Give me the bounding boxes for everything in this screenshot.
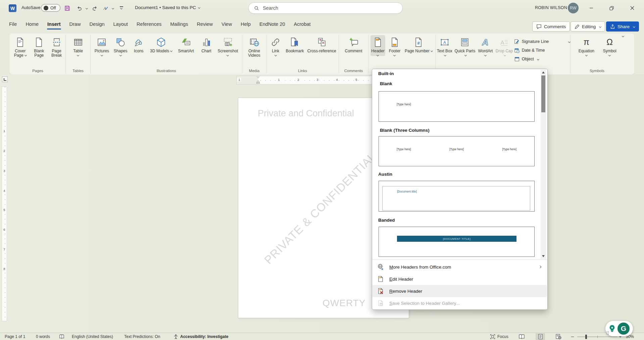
header-button[interactable]: Header	[370, 35, 385, 56]
tab-design[interactable]: Design	[85, 19, 109, 30]
svg-text:A: A	[482, 37, 489, 47]
tab-home[interactable]: Home	[21, 19, 43, 30]
remove-header-item[interactable]: Remove Header	[373, 285, 547, 297]
comment-icon	[348, 37, 359, 48]
zoom-slider-thumb[interactable]	[585, 335, 587, 339]
group-tables: Table Tables	[66, 35, 91, 73]
wordart-button[interactable]: A WordArt	[476, 35, 494, 56]
editing-mode-button[interactable]: Editing	[571, 21, 605, 32]
shapes-button[interactable]: Shapes	[113, 35, 128, 56]
tab-file[interactable]: File	[5, 19, 21, 30]
share-button[interactable]: Share	[606, 21, 639, 32]
more-headers-item[interactable]: More Headers from Office.com	[373, 261, 547, 273]
minimize-button[interactable]	[584, 0, 599, 16]
zoom-out-button[interactable]: –	[571, 333, 574, 339]
header-style-banded[interactable]: [DOCUMENT TITLE]	[379, 227, 535, 257]
page-break-button[interactable]: Page Break	[48, 35, 65, 58]
tab-references[interactable]: References	[132, 19, 166, 30]
pictures-button[interactable]: Pictures	[94, 35, 110, 56]
smartart-button[interactable]: SmartArt	[176, 35, 196, 53]
user-name[interactable]: ROBIN WILSON	[535, 5, 567, 10]
3d-models-button[interactable]: 3D Models	[149, 35, 173, 53]
scroll-down-icon[interactable]	[542, 255, 545, 257]
edit-header-item[interactable]: Edit Header	[373, 273, 547, 285]
vertical-ruler[interactable]: 1 2 3 4 5 6 7 8	[2, 87, 7, 321]
drag-handle-icon[interactable]	[606, 331, 609, 335]
collapse-ribbon-button[interactable]	[618, 33, 626, 39]
chart-button[interactable]: Chart	[199, 35, 214, 53]
tab-draw[interactable]: Draw	[65, 19, 85, 30]
grammarly-widget[interactable]: G	[605, 321, 633, 336]
search-input[interactable]	[263, 5, 390, 11]
save-button[interactable]	[62, 3, 72, 13]
screenshot-button[interactable]: Screenshot	[217, 35, 239, 56]
symbol-button[interactable]: Ω Symbol	[602, 35, 617, 56]
tab-acrobat[interactable]: Acrobat	[290, 19, 315, 30]
autosave-toggle[interactable]: Off	[41, 4, 60, 12]
signature-line-button[interactable]: Signature Line	[514, 38, 570, 45]
link-icon	[270, 37, 281, 48]
link-button[interactable]: Link	[268, 35, 283, 56]
search-bar[interactable]	[248, 2, 403, 14]
comment-button[interactable]: Comment	[343, 35, 364, 53]
scroll-up-icon[interactable]	[542, 71, 545, 73]
document-title[interactable]: Document1 • Saved to this PC	[135, 5, 200, 10]
table-button[interactable]: Table	[71, 35, 86, 56]
style-pen-chevron[interactable]	[112, 7, 114, 9]
close-button[interactable]	[625, 0, 640, 16]
tab-endnote[interactable]: EndNote 20	[255, 19, 290, 30]
comment-bubble-icon	[536, 24, 542, 29]
print-layout-button[interactable]	[536, 333, 545, 340]
submenu-arrow-icon	[539, 266, 541, 268]
text-predictions[interactable]: Text Predictions: On	[124, 334, 160, 339]
group-comments: Comment Comments	[339, 35, 368, 73]
page-number-button[interactable]: # Page Number	[404, 35, 433, 53]
header-style-blank[interactable]: [Type here]	[379, 91, 535, 122]
read-mode-icon	[519, 334, 525, 339]
equation-button[interactable]: π Equation	[577, 35, 596, 56]
undo-button[interactable]	[75, 3, 84, 13]
proofing-icon[interactable]	[59, 334, 64, 339]
zoom-slider[interactable]	[577, 337, 617, 337]
cover-page-button[interactable]: Cover Page	[10, 35, 30, 58]
avatar[interactable]: RW	[568, 3, 579, 13]
tab-mailings[interactable]: Mailings	[166, 19, 192, 30]
restore-button[interactable]	[604, 0, 619, 16]
indent-markers[interactable]	[256, 76, 260, 84]
redo-button[interactable]	[90, 3, 99, 13]
footer-button[interactable]: Footer	[387, 35, 402, 56]
text-box-button[interactable]: A Text Box	[436, 35, 454, 58]
object-button[interactable]: Object	[514, 55, 570, 63]
comments-button[interactable]: Comments	[532, 21, 570, 32]
accessibility-status[interactable]: Accessibility: Investigate	[180, 334, 228, 339]
word-logo[interactable]: W	[9, 4, 16, 12]
read-mode-button[interactable]	[517, 333, 526, 340]
pencil-icon	[575, 24, 580, 29]
focus-mode-button[interactable]: Focus	[497, 334, 508, 339]
tab-layout[interactable]: Layout	[109, 19, 133, 30]
tab-review[interactable]: Review	[192, 19, 217, 30]
header-style-blank-three-columns[interactable]: [Type here] [Type here] [Type here]	[379, 136, 535, 166]
cross-reference-button[interactable]: Cross-reference	[307, 35, 337, 53]
group-label-pages: Pages	[10, 69, 65, 73]
bookmark-button[interactable]: Bookmark	[285, 35, 305, 53]
gallery-scrollbar[interactable]	[541, 70, 546, 259]
tab-view[interactable]: View	[217, 19, 236, 30]
icons-button[interactable]: Icons	[131, 35, 146, 53]
quick-parts-button[interactable]: Quick Parts	[454, 35, 477, 58]
word-count[interactable]: 0 words	[36, 334, 50, 339]
undo-dropdown-chevron[interactable]	[86, 7, 88, 9]
scrollbar-thumb[interactable]	[541, 75, 545, 112]
language-indicator[interactable]: English (United States)	[72, 334, 113, 339]
web-layout-button[interactable]	[554, 333, 563, 340]
page-indicator[interactable]: Page 1 of 1	[5, 334, 25, 339]
tab-help[interactable]: Help	[236, 19, 255, 30]
date-time-button[interactable]: Date & Time	[514, 47, 570, 54]
quick-access-overflow-button[interactable]	[117, 3, 126, 13]
blank-page-button[interactable]: Blank Page	[30, 35, 48, 58]
online-videos-button[interactable]: Online Videos	[242, 35, 266, 58]
tab-insert[interactable]: Insert	[43, 19, 65, 30]
tab-selector[interactable]	[2, 76, 8, 82]
style-pen-button[interactable]: A	[101, 3, 110, 13]
header-style-austin[interactable]: [Document title]	[379, 181, 535, 212]
